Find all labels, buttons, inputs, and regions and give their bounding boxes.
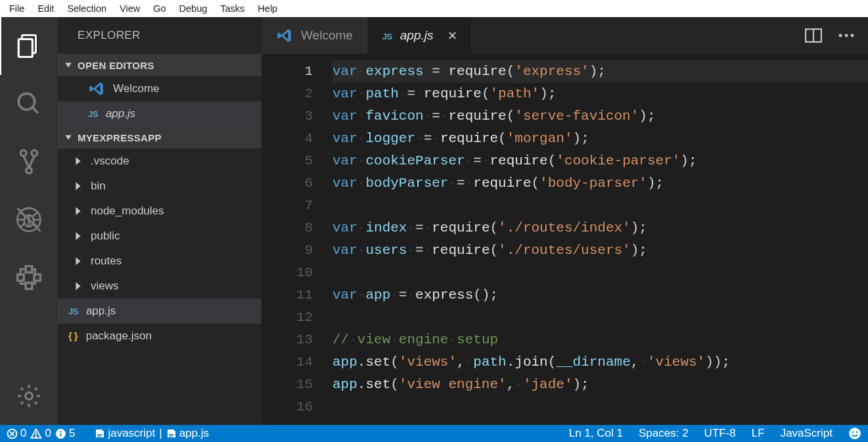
folder-item[interactable]: public <box>58 224 262 249</box>
open-editor-label: app.js <box>106 107 135 120</box>
svg-point-46 <box>36 436 37 437</box>
explorer-sidebar: EXPLORER OPEN EDITORS WelcomeJSapp.js MY… <box>58 17 262 425</box>
search-icon[interactable] <box>0 75 58 133</box>
svg-point-7 <box>26 168 32 174</box>
vscode-icon <box>276 27 293 44</box>
chevron-down-icon <box>64 61 72 69</box>
editor-actions <box>805 17 868 54</box>
svg-rect-52 <box>169 434 174 435</box>
svg-point-49 <box>60 431 61 432</box>
folder-item[interactable]: views <box>58 274 262 299</box>
menu-edit[interactable]: Edit <box>31 2 60 15</box>
svg-line-4 <box>32 107 38 113</box>
tab-label: app.js <box>400 28 434 43</box>
editor-tab[interactable]: JSapp.js× <box>368 17 472 54</box>
svg-marker-35 <box>76 282 80 290</box>
code-lines: var·express·=·require('express');var·pat… <box>332 54 868 425</box>
explorer-icon[interactable] <box>0 17 58 75</box>
folder-item[interactable]: .vscode <box>58 149 262 174</box>
open-editors-header[interactable]: OPEN EDITORS <box>58 54 262 76</box>
file-label: app.js <box>86 305 116 318</box>
menu-view[interactable]: View <box>113 2 147 15</box>
menu-go[interactable]: Go <box>147 2 172 15</box>
debug-icon[interactable] <box>0 191 58 249</box>
open-editors-list: WelcomeJSapp.js <box>58 76 262 126</box>
menu-selection[interactable]: Selection <box>60 2 113 15</box>
svg-point-27 <box>26 393 33 400</box>
js-file-icon: JS <box>382 28 392 43</box>
js-file-icon: JS <box>68 305 78 318</box>
status-scope[interactable]: javascript | app.js <box>95 427 209 440</box>
file-item[interactable]: { }package.json <box>58 324 262 349</box>
chevron-down-icon <box>64 134 72 141</box>
editor: WelcomeJSapp.js× 12345678910111213141516… <box>262 17 868 425</box>
open-editor-item[interactable]: Welcome <box>58 76 262 101</box>
status-spaces[interactable]: Spaces: 2 <box>639 427 689 440</box>
file-item[interactable]: JSapp.js <box>58 299 262 324</box>
main-area: EXPLORER OPEN EDITORS WelcomeJSapp.js MY… <box>0 17 868 425</box>
svg-marker-32 <box>76 207 80 215</box>
folder-label: public <box>91 230 120 243</box>
project-label: MYEXPRESSAPP <box>78 132 162 143</box>
json-file-icon: { } <box>68 330 78 343</box>
svg-marker-28 <box>65 62 72 67</box>
code-area[interactable]: 12345678910111213141516 var·express·=·re… <box>262 54 868 425</box>
menu-debug[interactable]: Debug <box>173 2 214 15</box>
folder-label: .vscode <box>91 155 129 168</box>
menu-help[interactable]: Help <box>251 2 284 15</box>
svg-point-3 <box>18 93 35 110</box>
js-file-icon: JS <box>88 107 98 120</box>
extensions-icon[interactable] <box>0 249 58 307</box>
status-eol[interactable]: LF <box>752 427 765 440</box>
project-header[interactable]: MYEXPRESSAPP <box>58 126 262 149</box>
status-bar: 0 0 5 javascript | app.js Ln 1, Col 1 Sp… <box>0 425 868 442</box>
vscode-icon <box>88 80 105 97</box>
svg-point-6 <box>32 150 37 156</box>
editor-tab[interactable]: Welcome <box>262 17 368 54</box>
folder-label: bin <box>91 180 106 193</box>
open-editor-label: Welcome <box>113 82 160 95</box>
status-feedback-icon[interactable] <box>848 427 861 440</box>
chevron-right-icon <box>75 282 83 290</box>
menu-tasks[interactable]: Tasks <box>214 2 251 15</box>
svg-line-15 <box>21 223 25 226</box>
sidebar-title: EXPLORER <box>58 17 262 54</box>
status-warnings[interactable]: 0 <box>30 427 51 440</box>
svg-marker-33 <box>76 232 80 240</box>
more-actions-icon[interactable] <box>838 32 855 39</box>
svg-point-55 <box>852 431 854 433</box>
settings-gear-icon[interactable] <box>0 367 58 425</box>
svg-rect-51 <box>97 435 101 436</box>
svg-point-40 <box>851 34 854 37</box>
open-editor-item[interactable]: JSapp.js <box>58 101 262 126</box>
close-icon[interactable]: × <box>447 26 457 45</box>
svg-point-38 <box>839 34 842 37</box>
status-cursor[interactable]: Ln 1, Col 1 <box>569 427 623 440</box>
status-language[interactable]: JavaScript <box>781 427 833 440</box>
svg-point-5 <box>20 150 26 156</box>
svg-rect-53 <box>169 435 173 436</box>
status-errors[interactable]: 0 <box>7 427 26 440</box>
menubar: FileEditSelectionViewGoDebugTasksHelp <box>0 0 868 17</box>
folder-item[interactable]: bin <box>58 174 262 199</box>
project-tree: .vscodebinnode_modulespublicroutesviewsJ… <box>58 149 262 349</box>
folder-label: node_modules <box>91 205 164 218</box>
status-encoding[interactable]: UTF-8 <box>704 427 736 440</box>
folder-item[interactable]: node_modules <box>58 199 262 224</box>
tabs-bar: WelcomeJSapp.js× <box>262 17 868 54</box>
status-info[interactable]: 5 <box>55 427 75 440</box>
tab-label: Welcome <box>301 28 353 43</box>
svg-point-56 <box>856 431 858 433</box>
split-editor-icon[interactable] <box>805 28 822 43</box>
folder-label: views <box>91 280 119 293</box>
folder-item[interactable]: routes <box>58 249 262 274</box>
menu-file[interactable]: File <box>3 2 31 15</box>
svg-marker-29 <box>65 135 72 139</box>
file-label: package.json <box>86 330 152 343</box>
chevron-right-icon <box>75 157 83 165</box>
svg-line-14 <box>33 213 37 216</box>
svg-point-54 <box>849 428 861 439</box>
source-control-icon[interactable] <box>0 133 58 191</box>
svg-marker-30 <box>76 157 80 165</box>
open-editors-label: OPEN EDITORS <box>78 60 154 71</box>
